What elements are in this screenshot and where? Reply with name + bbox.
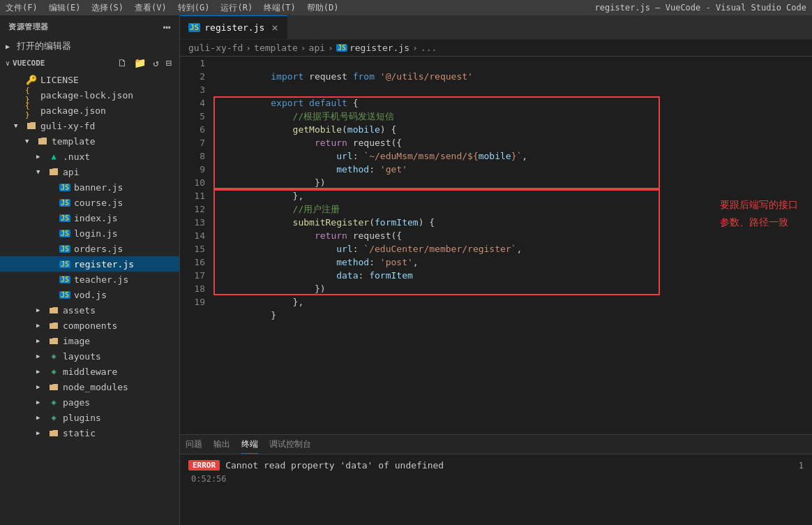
sidebar-more-icon[interactable]: ⋯ [163,20,171,34]
folder-label: plugins [63,413,101,423]
folder-arrow: ▶ [36,322,47,329]
menu-view[interactable]: 查看(V) [135,2,167,14]
editor-tab-register[interactable]: JS register.js × [180,15,287,39]
file-package-lock[interactable]: { } package-lock.json [0,87,179,103]
menu-file[interactable]: 文件(F) [6,2,38,14]
folder-middleware[interactable]: ▶ ◈ middleware [0,364,179,379]
js-icon: JS [59,198,71,207]
panel-tab-terminal[interactable]: 终端 [241,436,258,454]
folder-label: api [63,167,79,177]
file-register-js[interactable]: JS register.js [0,256,179,272]
folder-image[interactable]: ▶ image [0,333,179,348]
folder-plugins[interactable]: ▶ ◈ plugins [0,410,179,425]
code-line-1: import request from '@/utils/request' [216,57,812,70]
tab-filename: register.js [204,22,264,33]
file-package-json[interactable]: { } package.json [0,103,179,118]
refresh-icon[interactable]: ↺ [151,57,160,69]
folder-components[interactable]: ▶ components [0,318,179,333]
code-line-3: export default { [216,83,812,96]
file-teacher-js[interactable]: JS teacher.js [0,272,179,287]
folder-arrow: ▼ [14,122,25,129]
panel-content: ERROR Cannot read property 'data' of und… [180,454,812,525]
menu-bar: 文件(F) 编辑(E) 选择(S) 查看(V) 转到(G) 运行(R) 终端(T… [0,0,812,15]
sidebar-header: 资源管理器 ⋯ [0,15,179,38]
menu-goto[interactable]: 转到(G) [178,2,210,14]
folder-label: middleware [63,367,117,377]
folder-assets[interactable]: ▶ assets [0,302,179,318]
file-index-js[interactable]: JS index.js [0,210,179,225]
file-login-js[interactable]: JS login.js [0,225,179,241]
annotation-line2-display: 参数、路径一致 [720,214,798,231]
folder-layouts[interactable]: ▶ ◈ layouts [0,348,179,364]
folder-label: assets [63,305,96,316]
vuecode-label: VUECODE [13,59,115,68]
file-tree: 🔑 LICENSE { } package-lock.json { } pack… [0,72,179,525]
folder-label: node_modules [63,382,128,392]
file-label: LICENSE [40,75,79,85]
folder-arrow: ▶ [36,429,47,436]
folder-api[interactable]: ▼ api [0,164,179,179]
file-orders-js[interactable]: JS orders.js [0,241,179,256]
error-time: 0:52:56 [188,473,804,484]
tab-close-button[interactable]: × [271,21,278,34]
code-line-9: }) [216,163,812,176]
panel-tabs: 问题 输出 终端 调试控制台 [180,435,812,454]
folder-node-modules[interactable]: ▶ node_modules [0,379,179,394]
panel-tab-debug[interactable]: 调试控制台 [269,436,311,453]
code-line-19: } [216,295,812,309]
panel-tab-problems[interactable]: 问题 [186,436,202,453]
folder-nuxt[interactable]: ▶ ▲ .nuxt [0,149,179,164]
error-message: Cannot read property 'data' of undefined [225,460,444,471]
folder-arrow: ▶ [36,353,47,360]
folder-static[interactable]: ▶ static [0,425,179,441]
code-line-5: getMobile(mobile) { [216,110,812,123]
folder-label: .nuxt [63,151,90,162]
js-icon: JS [59,290,71,300]
folder-icon [47,382,60,392]
menu-terminal[interactable]: 终端(T) [264,2,296,14]
menu-select[interactable]: 选择(S) [91,2,123,14]
code-container[interactable]: 1 2 3 4 5 6 7 8 9 10 11 12 13 14 15 16 1… [180,57,812,434]
folder-template[interactable]: ▼ template [0,133,179,149]
js-icon: JS [59,274,71,284]
vuex-icon: ◈ [47,397,60,407]
file-vod-js[interactable]: JS vod.js [0,287,179,302]
breadcrumb-ellipsis: ... [421,43,437,53]
panel-tab-output[interactable]: 输出 [213,436,230,453]
folder-label: layouts [63,351,101,362]
file-license[interactable]: 🔑 LICENSE [0,72,179,87]
menu-run[interactable]: 运行(R) [220,2,253,14]
file-label: package-lock.json [40,90,133,101]
vuecode-arrow[interactable]: ∨ [6,59,10,67]
code-line-8: method: 'get' [216,149,812,163]
folder-icon [47,305,60,315]
breadcrumb-template: template [254,43,298,53]
folder-icon [47,428,60,438]
menu-edit[interactable]: 编辑(E) [49,2,81,14]
code-line-6: return request({ [216,123,812,136]
folder-pages[interactable]: ▶ ◈ pages [0,394,179,410]
menu-help[interactable]: 帮助(D) [307,2,339,14]
file-course-js[interactable]: JS course.js [0,195,179,210]
bottom-panel: 问题 输出 终端 调试控制台 ERROR Cannot read propert… [180,434,812,525]
vuecode-section: ∨ VUECODE 🗋 📁 ↺ ⊟ [0,54,179,72]
folder-arrow: ▶ [36,383,47,390]
breadcrumb-api: api [309,43,325,53]
new-file-icon[interactable]: 🗋 [115,57,129,69]
new-folder-icon[interactable]: 📁 [132,57,148,69]
breadcrumb-sep4: › [412,43,418,53]
folder-label: static [63,428,96,438]
file-banner-js[interactable]: JS banner.js [0,179,179,195]
code-line-4: //根据手机号码发送短信 [216,96,812,110]
open-editors-section[interactable]: ▶ 打开的编辑器 [0,38,179,54]
folder-label: template [52,136,96,147]
collapse-icon[interactable]: ⊟ [164,57,174,69]
annotation-box: 要跟后端写的接口 参数、路径一致 [720,196,798,231]
js-icon: JS [59,259,71,269]
code-line-16: data: formItem [216,256,812,269]
file-label: register.js [74,259,134,269]
code-editor[interactable]: 要跟后端写的接口 参数、路径一致 import request from '@/… [211,57,812,434]
code-line-17: }) [216,269,812,282]
folder-guli-xy-fd[interactable]: ▼ guli-xy-fd [0,118,179,133]
file-label: index.js [74,213,118,223]
